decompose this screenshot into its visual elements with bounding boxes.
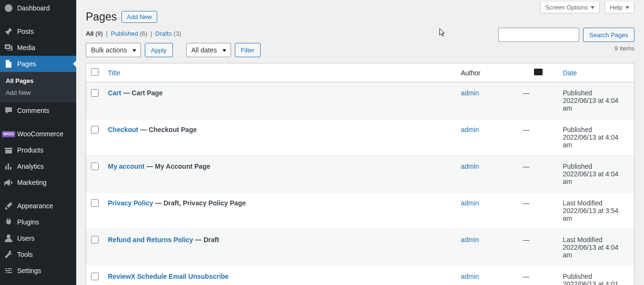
row-author-link[interactable]: admin (461, 163, 479, 170)
screen-options-button[interactable]: Screen Options (540, 2, 600, 13)
menu-item-woocommerce[interactable]: WOO WooCommerce (0, 126, 76, 142)
content-wrap: Screen Options Help Pages Add New All (9… (76, 0, 644, 285)
row-date-status: Last Modified (563, 236, 630, 244)
row-checkbox[interactable] (91, 163, 99, 170)
apply-button[interactable]: Apply (145, 43, 173, 57)
submenu-add-new[interactable]: Add New (0, 87, 76, 99)
row-author-link[interactable]: admin (461, 273, 479, 280)
menu-item-plugins[interactable]: Plugins (0, 214, 76, 230)
media-icon (4, 43, 13, 52)
table-row: Cart — Cart Page admin — Published 2022/… (86, 82, 634, 119)
view-all-count: (9) (95, 30, 103, 37)
submenu-all-pages[interactable]: All Pages (0, 75, 76, 87)
column-date[interactable]: Date (558, 63, 634, 82)
menu-label: Tools (17, 251, 33, 258)
column-date-label: Date (563, 69, 577, 77)
menu-label: Posts (17, 28, 34, 35)
pipe-separator: | (105, 30, 109, 37)
row-comments: — (523, 163, 530, 170)
pipe-separator: | (149, 30, 153, 37)
top-right-tabs: Screen Options Help (540, 2, 634, 13)
menu-item-settings[interactable]: Settings (0, 263, 76, 279)
column-author-label: Author (461, 69, 481, 77)
row-title-link[interactable]: Checkout (108, 126, 139, 133)
row-title-link[interactable]: Cart (108, 89, 121, 97)
row-post-state: — My Account Page (145, 163, 211, 170)
woocommerce-icon: WOO (4, 129, 13, 139)
row-date-status: Published (563, 89, 630, 97)
row-date-status: Published (563, 126, 630, 133)
row-checkbox[interactable] (91, 199, 99, 207)
search-button[interactable]: Search Pages (583, 28, 634, 42)
date-filter-select[interactable]: All dates (186, 43, 231, 57)
menu-label: Comments (17, 107, 50, 114)
menu-label: Marketing (17, 179, 46, 186)
items-count: 9 items (614, 45, 634, 52)
help-button[interactable]: Help (604, 2, 634, 13)
menu-label: Appearance (17, 202, 53, 210)
row-author-link[interactable]: admin (461, 89, 479, 97)
menu-separator (0, 19, 76, 21)
menu-label: Settings (17, 267, 41, 275)
pages-table: Title Author Date Cart — Cart Page admin… (86, 63, 634, 285)
row-comments: — (523, 126, 530, 133)
menu-label: WooCommerce (17, 130, 63, 138)
admin-sidebar: Dashboard Posts Media Pages All Pages Ad… (0, 0, 76, 285)
row-checkbox[interactable] (91, 126, 99, 133)
row-post-state: — Draft, Privacy Policy Page (153, 199, 246, 207)
row-checkbox[interactable] (91, 236, 99, 244)
view-all[interactable]: All (9) (86, 30, 103, 37)
menu-separator (0, 193, 76, 195)
brush-icon (4, 201, 13, 211)
row-author-link[interactable]: admin (461, 236, 479, 244)
table-row: Privacy Policy — Draft, Privacy Policy P… (86, 193, 634, 229)
row-title-link[interactable]: Privacy Policy (108, 199, 153, 207)
menu-label: Plugins (17, 218, 39, 226)
menu-label: Media (17, 44, 35, 51)
row-comments: — (523, 89, 530, 97)
row-comments: — (523, 273, 530, 280)
chevron-down-icon (625, 6, 629, 9)
menu-item-pages[interactable]: Pages (0, 56, 76, 72)
row-comments: — (523, 236, 530, 244)
column-checkbox (86, 63, 103, 82)
row-title-link[interactable]: Refund and Returns Policy (108, 236, 193, 244)
row-checkbox[interactable] (91, 273, 99, 280)
menu-item-analytics[interactable]: Analytics (0, 158, 76, 174)
menu-label: Dashboard (17, 4, 50, 12)
view-published[interactable]: Published (6) (111, 30, 148, 37)
search-input[interactable] (498, 28, 579, 42)
submenu-pages: All Pages Add New (0, 72, 76, 102)
row-author-link[interactable]: admin (461, 126, 479, 133)
column-title[interactable]: Title (103, 63, 456, 82)
analytics-icon (4, 162, 13, 171)
select-all-checkbox[interactable] (91, 68, 99, 76)
menu-item-marketing[interactable]: Marketing (0, 174, 76, 191)
table-row: My account — My Account Page admin — Pub… (86, 156, 634, 193)
menu-item-media[interactable]: Media (0, 40, 76, 56)
add-new-button[interactable]: Add New (121, 11, 157, 23)
menu-item-users[interactable]: Users (0, 230, 76, 246)
menu-item-products[interactable]: Products (0, 142, 76, 158)
row-checkbox[interactable] (91, 89, 99, 97)
chevron-down-icon (591, 6, 594, 9)
menu-item-appearance[interactable]: Appearance (0, 198, 76, 214)
column-comments[interactable] (518, 63, 558, 82)
row-title-link[interactable]: ReviewX Schedule Email Unsubscribe (108, 273, 229, 280)
filter-button[interactable]: Filter (235, 43, 261, 57)
pin-icon (4, 27, 13, 36)
menu-label: Analytics (17, 163, 44, 170)
row-post-state: — Draft (193, 236, 219, 244)
row-date-value: 2022/06/13 at 4:01 am (563, 280, 630, 285)
row-title-link[interactable]: My account (108, 163, 145, 170)
view-drafts[interactable]: Drafts (3) (155, 30, 181, 37)
bulk-actions-select[interactable]: Bulk actions (86, 43, 141, 57)
menu-item-tools[interactable]: Tools (0, 246, 76, 263)
row-author-link[interactable]: admin (461, 199, 479, 207)
menu-item-comments[interactable]: Comments (0, 102, 76, 119)
column-title-label: Title (108, 69, 121, 77)
menu-item-dashboard[interactable]: Dashboard (0, 0, 76, 16)
comment-bubble-icon (534, 69, 543, 75)
row-date-value: 2022/06/13 at 4:04 am (563, 170, 630, 185)
menu-item-posts[interactable]: Posts (0, 23, 76, 40)
